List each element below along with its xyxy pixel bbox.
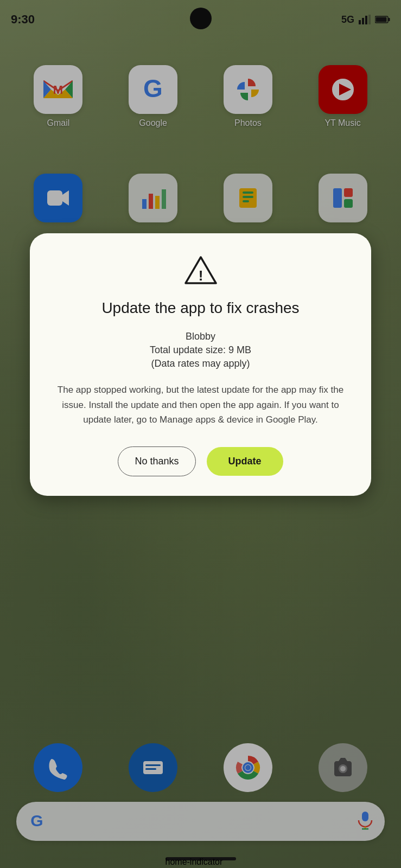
dialog-data-note: (Data rates may apply) [49,358,352,369]
warning-triangle-icon: ! [184,255,217,285]
warning-icon-container: ! [49,255,352,288]
dialog-update-size: Total update size: 9 MB [49,344,352,356]
no-thanks-button[interactable]: No thanks [118,446,195,476]
dialog-title: Update the app to fix crashes [49,298,352,318]
dialog-app-name: Blobby [49,331,352,342]
update-dialog: ! Update the app to fix crashes Blobby T… [30,233,371,496]
dialog-actions: No thanks Update [49,446,352,476]
update-button[interactable]: Update [207,447,283,476]
dialog-body-text: The app stopped working, but the latest … [49,382,352,427]
svg-text:!: ! [198,267,203,284]
